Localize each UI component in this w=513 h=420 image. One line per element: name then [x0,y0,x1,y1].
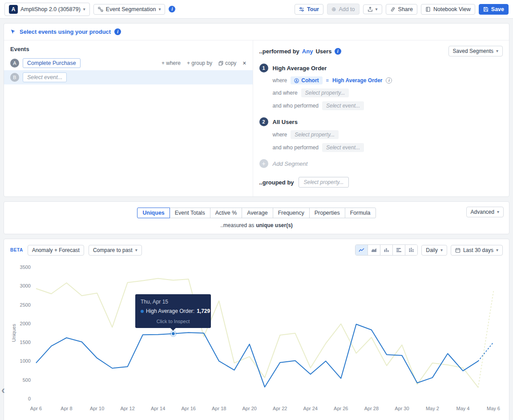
notebook-view-label: Notebook View [433,6,471,12]
svg-text:Apr 26: Apr 26 [334,406,348,411]
segment-1: 1 High Average Order where Cohort [259,64,503,110]
tooltip-value: 1,729 [197,308,210,314]
bar-chart-icon [384,247,389,253]
svg-text:Uniques: Uniques [11,324,16,342]
select-event-chip[interactable]: Select event... [23,72,67,82]
info-icon[interactable]: i [114,28,121,35]
amplitude-logo: A [9,5,18,14]
stacked-bar-chart-icon [408,247,414,253]
svg-text:Apr 24: Apr 24 [303,406,318,411]
select-events-icon [10,29,16,35]
measured-value[interactable]: unique user(s) [256,222,293,228]
anomaly-forecast-button[interactable]: Anomaly + Forecast [28,245,84,256]
link-icon [390,7,396,12]
svg-text:2000: 2000 [20,321,31,326]
plus-icon: + [259,159,268,168]
plus-circle-icon: ⊕ [331,6,336,12]
calendar-icon [455,248,460,253]
remove-event-button[interactable]: × [242,60,246,67]
tab-active-pct[interactable]: Active % [210,208,242,218]
tab-properties[interactable]: Properties [309,208,345,218]
tooltip-series-label: High Average Order: [146,308,194,314]
project-selector[interactable]: A AmpliShop 2.0 (305879) ▾ [4,3,90,16]
chevron-down-icon: ▾ [158,7,161,12]
tab-frequency[interactable]: Frequency [273,208,310,218]
event-badge-a: A [10,59,19,68]
chevron-down-icon: ▾ [83,7,85,12]
line-chart-button[interactable] [355,245,368,255]
info-icon[interactable]: i [169,6,175,12]
export-menu-button[interactable]: ▾ [363,4,382,14]
cohort-pill-label: Cohort [301,77,319,84]
select-property-input[interactable]: Select property... [291,130,339,139]
add-to-button[interactable]: ⊕ Add to [327,4,360,15]
info-icon[interactable]: i [386,77,392,84]
cohort-value-link[interactable]: High Average Order [332,77,382,84]
collapse-panel-chevron[interactable]: ‹ [1,385,5,396]
svg-text:Apr 30: Apr 30 [395,406,409,411]
segment-2-name[interactable]: All Users [273,119,298,125]
save-button[interactable]: Save [479,4,509,15]
select-event-input[interactable]: Select event... [322,101,364,110]
notebook-view-button[interactable]: Notebook View [421,4,475,15]
grouped-by-input[interactable]: Select property... [299,177,349,188]
segments-column: ..performed by Any Users i Saved Segment… [253,40,509,196]
chart-tooltip[interactable]: Thu, Apr 15 High Average Order: 1,729 Cl… [135,294,211,328]
grouped-by-label: ..grouped by [259,179,294,186]
svg-text:Apr 20: Apr 20 [242,406,256,411]
add-segment-button[interactable]: + Add Segment [259,159,503,168]
svg-text:Apr 16: Apr 16 [181,406,195,411]
select-events-link[interactable]: Select events using your product [20,28,111,35]
chart-area: Uniques0500100015002000250030003500Apr 6… [10,262,503,418]
segment-2-badge: 2 [259,117,268,126]
bar-chart-button[interactable] [380,245,392,255]
event-chip-complete-purchase[interactable]: Complete Purchase [23,58,81,68]
cohort-pill[interactable]: Cohort [291,76,322,84]
copy-icon [218,61,223,66]
tour-button[interactable]: Tour [295,4,323,15]
tab-formula[interactable]: Formula [345,208,376,218]
svg-text:1000: 1000 [20,358,31,364]
tab-uniques[interactable]: Uniques [137,208,170,218]
date-range-label: Last 30 days [463,247,493,253]
select-event-input[interactable]: Select event... [322,143,364,152]
chevron-down-icon: ▾ [135,248,137,252]
area-chart-button[interactable] [368,245,380,255]
svg-text:2500: 2500 [20,302,31,308]
interval-selector[interactable]: Daily ▾ [421,245,447,256]
svg-text:Apr 8: Apr 8 [61,406,72,411]
svg-text:Apr 14: Apr 14 [151,406,165,411]
tour-sliders-icon [299,7,304,12]
measure-tabs: Uniques Event Totals Active % Average Fr… [9,208,504,218]
equals-operator[interactable]: = [326,78,329,83]
analysis-type-selector[interactable]: Event Segmentation ▾ [93,4,166,15]
copy-action[interactable]: copy [218,60,236,66]
horizontal-bar-chart-button[interactable] [392,245,405,255]
segmentation-icon [98,7,103,12]
and-where-label: and where [273,90,298,96]
share-label: Share [398,6,413,12]
share-button[interactable]: Share [386,4,417,15]
tab-event-totals[interactable]: Event Totals [170,208,210,218]
chart-panel: BETA Anomaly + Forecast Compare to past … [4,239,509,420]
project-name: AmpliShop 2.0 (305879) [20,6,81,12]
info-icon[interactable]: i [335,48,341,55]
performed-by-any-selector[interactable]: Any [302,48,313,55]
date-range-selector[interactable]: Last 30 days ▾ [451,245,503,256]
select-property-input[interactable]: Select property... [301,88,349,97]
chart-canvas[interactable]: Uniques0500100015002000250030003500Apr 6… [10,262,502,418]
stacked-bar-chart-button[interactable] [405,245,417,255]
tab-average[interactable]: Average [242,208,273,218]
add-where-action[interactable]: + where [162,60,181,66]
svg-text:3000: 3000 [20,283,31,288]
add-group-by-action[interactable]: + group by [187,60,212,66]
compare-to-past-button[interactable]: Compare to past ▾ [89,245,142,256]
svg-text:500: 500 [23,377,31,383]
saved-segments-button[interactable]: Saved Segments ▾ [448,46,503,56]
advanced-button[interactable]: Advanced ▾ [466,207,504,217]
who-performed-label: and who performed [273,144,319,151]
notebook-icon [425,7,431,12]
segment-1-name[interactable]: High Average Order [273,65,327,72]
tooltip-action[interactable]: Click to Inspect [141,319,206,324]
svg-text:0: 0 [28,396,31,401]
